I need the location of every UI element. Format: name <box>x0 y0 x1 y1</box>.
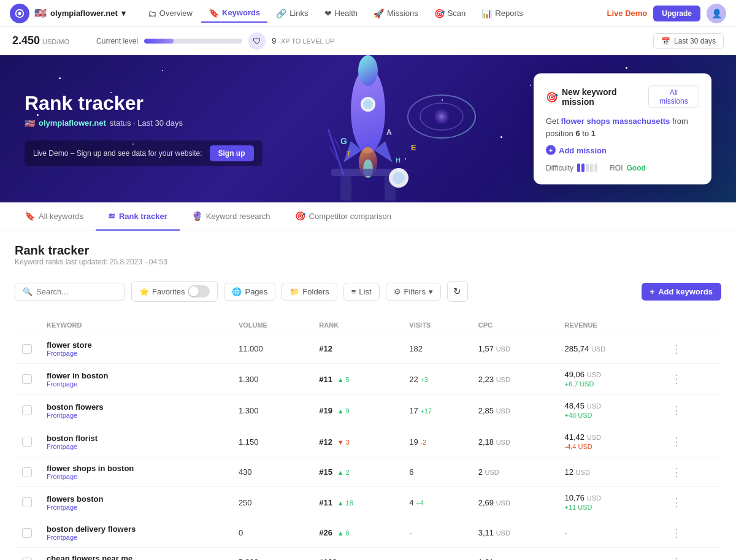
nav-scan[interactable]: 🎯 Scan <box>427 5 473 22</box>
pages-button[interactable]: 🌐 Pages <box>224 283 275 301</box>
signup-button[interactable]: Sign up <box>210 145 254 161</box>
mission-keyword[interactable]: flower shops massachusetts <box>561 117 670 126</box>
row-more-button[interactable]: ⋮ <box>667 464 686 480</box>
scan-icon: 🎯 <box>434 9 445 18</box>
hero-title: Rank tracker <box>25 92 263 115</box>
svg-point-4 <box>361 97 375 112</box>
stat-value: 2.450 <box>12 34 40 47</box>
row-checkbox[interactable] <box>22 497 32 507</box>
keyword-name: cheap flowers near me <box>47 554 224 560</box>
revenue-value: 285,74 USD <box>565 344 606 353</box>
svg-point-7 <box>363 159 373 178</box>
keyword-page[interactable]: Frontpage <box>47 412 224 419</box>
refresh-button[interactable]: ↻ <box>447 281 468 302</box>
keyword-page[interactable]: Frontpage <box>47 473 224 480</box>
table-row: flowers boston Frontpage 250 #11 ▲ 18 4 … <box>15 487 721 518</box>
nav-links[interactable]: 🔗 Links <box>269 5 315 22</box>
nav-keywords[interactable]: 🔖 Keywords <box>201 4 267 23</box>
col-rank-header: Rank <box>312 316 402 334</box>
diff-bar-2 <box>581 164 585 172</box>
svg-text:T: T <box>347 150 351 158</box>
mission-title-icon: 🎯 <box>546 91 558 102</box>
row-more-button[interactable]: ⋮ <box>667 371 686 387</box>
mission-title: 🎯 New keyword mission <box>546 87 648 107</box>
svg-point-22 <box>420 103 463 130</box>
revenue-value: 41,42 USD <box>565 432 601 442</box>
actions-cell: ⋮ <box>660 364 721 395</box>
revenue-cell: - <box>558 548 661 561</box>
svg-point-5 <box>363 99 373 109</box>
row-checkbox[interactable] <box>22 405 32 415</box>
row-checkbox[interactable] <box>22 558 32 561</box>
row-more-button[interactable]: ⋮ <box>667 402 686 418</box>
content-header: Rank tracker Keyword ranks last updated:… <box>15 244 721 278</box>
rank-cell: #100+ <box>312 548 402 561</box>
keyword-cell: boston florist Frontpage <box>39 426 231 458</box>
add-keywords-button[interactable]: + Add keywords <box>642 283 721 301</box>
revenue-change: +6,7 USD <box>565 380 594 388</box>
keyword-page[interactable]: Frontpage <box>47 350 224 357</box>
top-navigation: 🇺🇸 olympiaflower.net ▾ 🗂 Overview 🔖 Keyw… <box>0 0 736 27</box>
filters-button[interactable]: ⚙ Filters ▾ <box>386 283 441 301</box>
favorites-toggle-switch[interactable] <box>188 285 210 297</box>
main-navigation: 🗂 Overview 🔖 Keywords 🔗 Links ❤ Health 🚀… <box>140 4 607 23</box>
upgrade-button[interactable]: Upgrade <box>653 6 700 21</box>
revenue-value: 10,76 USD <box>565 493 601 502</box>
rank-value: #12 <box>319 344 332 353</box>
keyword-page[interactable]: Frontpage <box>47 443 224 450</box>
tab-competitor-comparison[interactable]: 🎯 Competitor comparison <box>283 202 404 231</box>
nav-missions[interactable]: 🚀 Missions <box>366 5 426 22</box>
tab-rank-tracker[interactable]: ≋ Rank tracker <box>96 202 180 231</box>
user-avatar[interactable]: 👤 <box>707 4 726 23</box>
keyword-name: flower in boston <box>47 371 224 380</box>
revenue-cell: 41,42 USD -4,4 USD <box>558 426 661 458</box>
revenue-change: -4,4 USD <box>565 443 592 450</box>
row-more-button[interactable]: ⋮ <box>667 341 686 357</box>
rank-cell: #15 ▲ 2 <box>312 458 402 487</box>
rank-cell: #26 ▲ 6 <box>312 518 402 548</box>
cpc-cell: 3,11 USD <box>471 518 558 548</box>
favorites-toggle[interactable]: ⭐ Favorites <box>131 281 218 302</box>
svg-text:A: A <box>386 128 392 137</box>
nav-reports[interactable]: 📊 Reports <box>474 5 531 22</box>
search-input[interactable] <box>36 287 117 296</box>
list-button[interactable]: ≡ List <box>343 283 380 301</box>
level-section: Current level 🛡 9 XP TO LEVEL UP <box>96 33 638 50</box>
add-mission-button[interactable]: + Add mission <box>546 145 699 155</box>
tab-keyword-research[interactable]: 🔮 Keyword research <box>180 202 283 231</box>
row-more-button[interactable]: ⋮ <box>667 434 686 450</box>
keyword-page[interactable]: Frontpage <box>47 504 224 511</box>
visits-change: +3 <box>420 376 428 383</box>
table-row: flower in boston Frontpage 1.300 #11 ▲ 5… <box>15 364 721 395</box>
svg-text:G: G <box>340 136 347 146</box>
row-checkbox[interactable] <box>22 374 32 384</box>
hero-content: Rank tracker 🇺🇸 olympiaflower.net status… <box>25 92 263 166</box>
svg-point-2 <box>351 67 385 153</box>
folders-button[interactable]: 📁 Folders <box>282 283 337 301</box>
content-tabs: 🔖 All keywords ≋ Rank tracker 🔮 Keyword … <box>0 202 736 231</box>
toolbar: 🔍 ⭐ Favorites 🌐 Pages 📁 Folders ≡ List ⚙… <box>15 281 721 302</box>
site-selector[interactable]: 🇺🇸 olympiaflower.net ▾ <box>34 7 126 19</box>
live-demo-badge: Live Demo <box>607 9 648 18</box>
rank-change: ▲ 2 <box>337 469 350 476</box>
date-range-button[interactable]: 📅 Last 30 days <box>653 33 724 49</box>
nav-overview[interactable]: 🗂 Overview <box>140 5 200 22</box>
rank-value: #19 <box>319 406 332 415</box>
row-checkbox[interactable] <box>22 344 32 354</box>
hero-subtitle: 🇺🇸 olympiaflower.net status · Last 30 da… <box>25 118 263 128</box>
row-more-button[interactable]: ⋮ <box>667 554 686 561</box>
row-checkbox[interactable] <box>22 528 32 538</box>
row-more-button[interactable]: ⋮ <box>667 494 686 510</box>
nav-health[interactable]: ❤ Health <box>317 5 366 22</box>
calendar-icon: 📅 <box>661 37 670 45</box>
all-missions-button[interactable]: All missions <box>648 86 699 108</box>
tab-all-keywords[interactable]: 🔖 All keywords <box>12 202 96 231</box>
row-more-button[interactable]: ⋮ <box>667 525 686 541</box>
revenue-cell: 12 USD <box>558 458 661 487</box>
keyword-page[interactable]: Frontpage <box>47 534 224 541</box>
row-checkbox[interactable] <box>22 467 32 477</box>
plus-icon: + <box>546 145 556 155</box>
svg-line-11 <box>328 129 343 175</box>
keyword-page[interactable]: Frontpage <box>47 380 224 388</box>
row-checkbox[interactable] <box>22 437 32 447</box>
